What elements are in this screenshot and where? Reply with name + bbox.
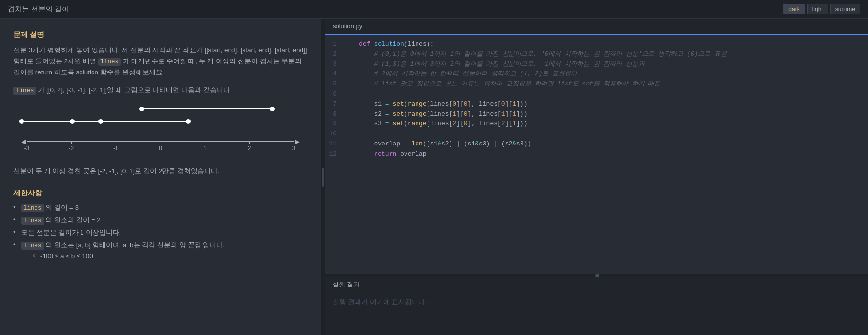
main-layout: 문제 설명 선분 3개가 평행하게 놓여 있습니다. 세 선분의 시작과 끝 좌… — [0, 19, 868, 335]
code-line-9: 9 s3 = set(range(lines[2][0], lines[2][1… — [325, 119, 868, 129]
line-num-5: 5 — [325, 79, 344, 89]
code-line-4: 4 # 2에서 시작하는 한 칸짜리 선분이라 생각하고 (1, 2)로 표현한… — [325, 69, 868, 79]
code-editor[interactable]: 1 def solution(lines): 2 # (0,1)은 0에서 1까… — [325, 35, 868, 274]
desc-text-3: 가 [[0, 2], [-3, -1], [-2, 1]]일 때 그림으로 나타… — [38, 86, 231, 94]
code-line-10: 10 — [325, 129, 868, 139]
theme-btn-sublime[interactable]: sublime — [830, 4, 860, 14]
left-panel: 문제 설명 선분 3개가 평행하게 놓여 있습니다. 세 선분의 시작과 끝 좌… — [0, 19, 321, 335]
constraint-code-4: lines — [21, 242, 44, 250]
line-content-4: # 2에서 시작하는 한 칸짜리 선분이라 생각하고 (1, 2)로 표현한다. — [344, 69, 868, 79]
line-content-8: s2 = set(range(lines[1][0], lines[1][1])… — [344, 109, 868, 120]
output-content: 실행 결과가 여기에 표시됩니다. — [325, 292, 868, 335]
constraint-code-1: lines — [21, 204, 44, 212]
line-content-1: def solution(lines): — [344, 39, 868, 49]
file-tab[interactable]: solution.py — [325, 19, 868, 35]
code-line-7: 7 s1 = set(range(lines[0][0], lines[0][1… — [325, 99, 868, 109]
code-line-5: 5 # list 말고 집합으로 쓰는 이유는 어차피 교집합을 하려면 lis… — [325, 79, 868, 89]
constraint-text-3: 모든 선분은 길이가 1 이상입니다. — [21, 229, 121, 236]
line-num-9: 9 — [325, 119, 344, 129]
line-content-12: return overlap — [344, 149, 868, 159]
constraints-title: 제한사항 — [13, 189, 307, 198]
constraints-list: lines 의 길이 = 3 lines 의 원소의 길이 = 2 모든 선분은… — [13, 203, 307, 260]
code-line-6: 6 — [325, 89, 868, 99]
code-line-1: 1 def solution(lines): — [325, 39, 868, 49]
code-line-3: 3 # (1,3)은 1에서 3까지 2의 길이를 가진 선분이므로, 1에서 … — [325, 60, 868, 70]
code-line-2: 2 # (0,1)은 0에서 1까지 1의 길이를 가진 선분이므로, '0에서… — [325, 49, 868, 60]
line-num-11: 11 — [325, 139, 344, 149]
panel-divider[interactable] — [321, 19, 325, 335]
top-bar: 겹치는 선분의 길이 dark light sublime — [0, 0, 868, 19]
overlap-description: 선분이 두 개 이상 겹친 곳은 [-2, -1], [0, 1]로 길이 2만… — [13, 166, 307, 177]
constraint-item-1: lines 의 길이 = 3 — [13, 203, 307, 212]
sub-constraint-1: -100 ≤ a < b ≤ 100 — [33, 252, 307, 260]
divider-handle — [322, 168, 324, 187]
line-content-6 — [344, 89, 868, 99]
constraint-text-1: 의 길이 = 3 — [46, 204, 79, 211]
line-content-11: overlap = len((s1&s2) | (s1&s3) | (s2&s3… — [344, 139, 868, 149]
output-area: 실행 결과 실행 결과가 여기에 표시됩니다. — [325, 277, 868, 335]
code-inline-lines-2: lines — [13, 87, 36, 95]
line-content-5: # list 말고 집합으로 쓰는 이유는 어차피 교집합을 하려면 list도… — [344, 79, 868, 89]
code-inline-lines-1: lines — [98, 58, 121, 66]
theme-btn-dark[interactable]: dark — [783, 4, 805, 14]
constraint-text-4: 의 원소는 [a, b] 형태이며, a, b는 각각 선분의 양 끝점 입니다… — [46, 241, 225, 249]
line-num-8: 8 — [325, 109, 344, 120]
line-num-12: 12 — [325, 149, 344, 159]
line-content-10 — [344, 129, 868, 139]
line-content-2: # (0,1)은 0에서 1까지 1의 길이를 가진 선분이므로, '0에서 시… — [344, 49, 868, 60]
description-paragraph-1: 선분 3개가 평행하게 놓여 있습니다. 세 선분의 시작과 끝 좌표가 [[s… — [13, 45, 307, 78]
sub-constraints-list: -100 ≤ a < b ≤ 100 — [21, 252, 307, 260]
constraint-code-2: lines — [21, 217, 44, 225]
code-line-12: 12 return overlap — [325, 149, 868, 159]
line-num-6: 6 — [325, 89, 344, 99]
diagram-container: -3 -2 -1 0 1 2 3 — [13, 105, 307, 157]
line-content-7: s1 = set(range(lines[0][0], lines[0][1])… — [344, 99, 868, 109]
line-num-4: 4 — [325, 69, 344, 79]
constraint-text-2: 의 원소의 길이 = 2 — [46, 216, 100, 224]
right-panel: solution.py 1 def solution(lines): 2 # (… — [325, 19, 868, 335]
constraint-item-2: lines 의 원소의 길이 = 2 — [13, 216, 307, 225]
code-line-11: 11 overlap = len((s1&s2) | (s1&s3) | (s2… — [325, 139, 868, 149]
line-num-2: 2 — [325, 49, 344, 60]
line-content-9: s3 = set(range(lines[2][0], lines[2][1])… — [344, 119, 868, 129]
line-num-7: 7 — [325, 99, 344, 109]
line-num-1: 1 — [325, 39, 344, 49]
output-header: 실행 결과 — [325, 277, 868, 292]
line-num-3: 3 — [325, 60, 344, 70]
constraint-item-3: 모든 선분은 길이가 1 이상입니다. — [13, 228, 307, 237]
constraint-item-4: lines 의 원소는 [a, b] 형태이며, a, b는 각각 선분의 양 … — [13, 241, 307, 260]
theme-button-group: dark light sublime — [783, 4, 860, 14]
resize-handle[interactable]: ≡ — [325, 274, 868, 277]
theme-btn-light[interactable]: light — [807, 4, 828, 14]
sub-constraint-text-1: -100 ≤ a < b ≤ 100 — [40, 252, 93, 260]
line-num-10: 10 — [325, 129, 344, 139]
problem-title: 문제 설명 — [13, 30, 307, 39]
description-paragraph-2: lines 가 [[0, 2], [-3, -1], [-2, 1]]일 때 그… — [13, 85, 307, 96]
page-title: 겹치는 선분의 길이 — [8, 5, 69, 14]
line-content-3: # (1,3)은 1에서 3까지 2의 길이를 가진 선분이므로, 1에서 시작… — [344, 60, 868, 70]
code-line-8: 8 s2 = set(range(lines[1][0], lines[1][1… — [325, 109, 868, 120]
